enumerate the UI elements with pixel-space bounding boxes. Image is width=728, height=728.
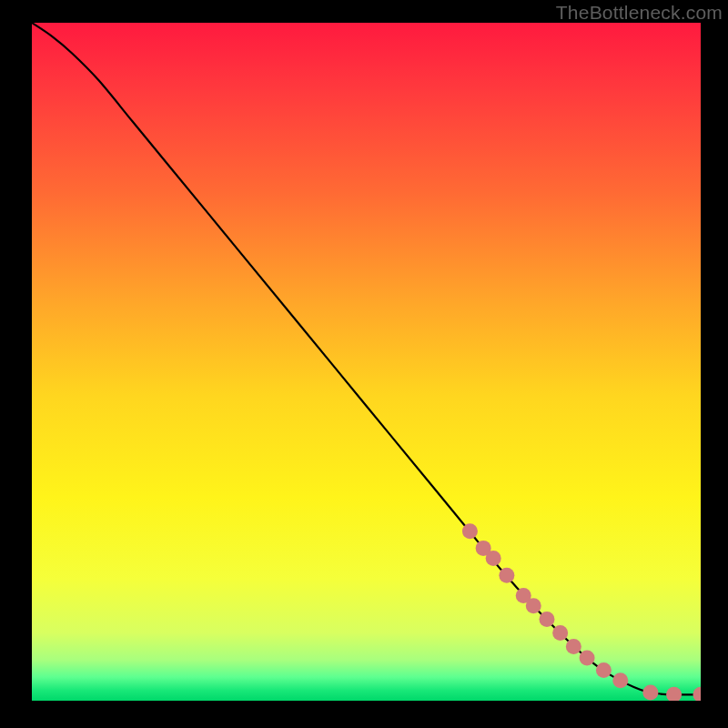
watermark-text: TheBottleneck.com (556, 2, 723, 24)
plot-svg (32, 23, 701, 701)
plot-area (32, 23, 701, 701)
marker-point (539, 612, 554, 627)
marker-point (526, 598, 541, 613)
marker-point (552, 625, 568, 641)
gradient-background (32, 23, 701, 701)
marker-point (580, 651, 595, 666)
marker-point (566, 639, 581, 654)
marker-point (642, 685, 658, 701)
marker-point (499, 568, 514, 583)
marker-point (462, 523, 478, 539)
chart-frame: TheBottleneck.com (0, 0, 728, 728)
marker-point (596, 662, 612, 678)
marker-point (486, 551, 501, 566)
marker-point (612, 672, 628, 688)
